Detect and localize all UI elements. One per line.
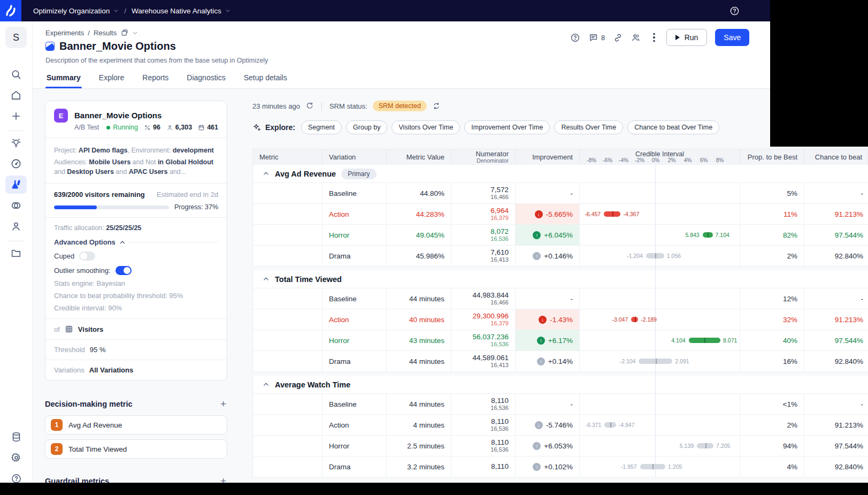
optimizely-logo[interactable] bbox=[0, 0, 21, 21]
metric-section-header: Total Time Viewed bbox=[253, 270, 868, 288]
outlier-smoothing-toggle[interactable] bbox=[116, 266, 132, 275]
numerator-value: 7,610 bbox=[490, 248, 509, 257]
save-button[interactable]: Save bbox=[715, 29, 749, 46]
help-icon[interactable] bbox=[570, 33, 580, 43]
results-table: MetricVariationMetric ValueNumeratorDeno… bbox=[252, 149, 868, 477]
breadcrumb-experiments[interactable]: Experiments bbox=[45, 29, 84, 37]
decision-metric-header: Decision-making metric + bbox=[45, 399, 227, 409]
person-icon bbox=[166, 124, 173, 131]
of-visitors-row[interactable]: of Visitors bbox=[45, 318, 227, 339]
experiment-summary-card: E Banner_Movie Options A/B Test Running … bbox=[45, 101, 227, 380]
grid-table-icon bbox=[65, 325, 73, 333]
explore-button-chance-to-beat-over-time[interactable]: Chance to beat Over Time bbox=[627, 120, 719, 134]
explore-button-visitors-over-time[interactable]: Visitors Over Time bbox=[391, 120, 460, 134]
rollouts-venn-icon[interactable] bbox=[5, 196, 27, 215]
cell-chance-to-beat: 91.213% bbox=[804, 415, 868, 435]
explore-button-group-by[interactable]: Group by bbox=[346, 120, 387, 134]
cell-credible-interval: 5.1397.205 bbox=[580, 436, 740, 456]
run-button[interactable]: Run bbox=[666, 29, 708, 46]
cell-variation: Horror bbox=[322, 330, 387, 351]
metric-section-header: Average Watch Time bbox=[253, 376, 868, 394]
col-header-credible-interval: Credible Interval-8%-6%-4%-2%0%2%4%6%8% bbox=[580, 149, 740, 165]
chevron-up-icon[interactable] bbox=[263, 276, 270, 283]
add-decision-metric-button[interactable]: + bbox=[220, 399, 226, 409]
cell-metric-empty bbox=[253, 246, 322, 266]
cell-prop-to-be-best: 2% bbox=[740, 415, 804, 435]
tab-explore[interactable]: Explore bbox=[98, 69, 125, 88]
threshold-row[interactable]: Threshold 95 % bbox=[45, 339, 227, 360]
interval-low-label: -6.457 bbox=[585, 211, 601, 217]
chevron-down-icon[interactable] bbox=[132, 30, 138, 36]
explore-button-improvement-over-time[interactable]: Improvement Over Time bbox=[464, 120, 550, 134]
tab-reports[interactable]: Reports bbox=[141, 69, 170, 88]
interval-low-label: 5.139 bbox=[680, 443, 694, 449]
improvement-value: +6.17% bbox=[548, 337, 573, 345]
credible-interval-bar bbox=[646, 253, 664, 258]
denominator-value: 16,413 bbox=[490, 362, 509, 369]
cell-improvement: - bbox=[516, 394, 580, 414]
col-header-metric: Metric bbox=[253, 149, 322, 165]
progress-bar bbox=[54, 205, 169, 209]
numerator-value: 6,964 bbox=[490, 207, 509, 215]
ideas-lightbulb-icon[interactable] bbox=[5, 134, 27, 152]
interval-high-label: 1.205 bbox=[668, 463, 682, 470]
denominator-value: 16,536 bbox=[490, 446, 509, 453]
chevron-up-icon[interactable] bbox=[263, 381, 270, 388]
progress-fill bbox=[54, 205, 97, 209]
table-row: Horror2.5 minutes8,11016,536↑+6.053%5.13… bbox=[253, 436, 868, 456]
data-database-icon[interactable] bbox=[5, 428, 27, 446]
settings-gear-icon[interactable] bbox=[5, 448, 27, 467]
decision-metric-card[interactable]: 2Total Time Viewed bbox=[45, 439, 227, 459]
collaborators-icon[interactable] bbox=[631, 32, 642, 43]
cell-chance-to-beat: 92.840% bbox=[804, 246, 868, 266]
help-icon[interactable] bbox=[729, 6, 740, 18]
explore-button-segment[interactable]: Segment bbox=[301, 120, 342, 134]
cell-variation: Drama bbox=[322, 246, 387, 266]
tab-diagnostics[interactable]: Diagnostics bbox=[186, 69, 226, 88]
cell-improvement: - bbox=[516, 183, 580, 203]
dashboard-gauge-icon[interactable] bbox=[5, 155, 27, 173]
explore-button-results-over-time[interactable]: Results Over Time bbox=[554, 120, 623, 134]
comments-icon[interactable]: 8 bbox=[588, 33, 605, 43]
interval-median-tick bbox=[652, 464, 654, 469]
cell-chance-to-beat: 91.213% bbox=[804, 309, 868, 330]
cell-credible-interval: -6.371-4.947 bbox=[580, 415, 740, 435]
cell-chance-to-beat: 97.544% bbox=[804, 330, 868, 351]
interval-high-label: -2.189 bbox=[641, 316, 657, 323]
advanced-options-toggle[interactable]: Advanced Options bbox=[54, 238, 218, 246]
cell-credible-interval bbox=[580, 288, 740, 309]
experiment-stat: 461 bbox=[198, 124, 218, 131]
audience-person-icon[interactable] bbox=[5, 217, 27, 235]
breadcrumb-results[interactable]: Results bbox=[94, 29, 117, 37]
play-icon bbox=[675, 35, 680, 40]
recalculate-icon[interactable] bbox=[432, 102, 441, 110]
variations-row[interactable]: Variations All Variations bbox=[45, 360, 227, 380]
share-link-icon[interactable] bbox=[613, 33, 623, 43]
progress-section: 639/2000 visitors remaining Estimated en… bbox=[45, 183, 227, 217]
metric-label: Total Time Viewed bbox=[68, 445, 127, 453]
top-navbar: Optimizely Organization / Warehouse Nati… bbox=[0, 0, 868, 21]
project-switcher[interactable]: Warehouse Native Analytics bbox=[132, 7, 231, 15]
more-menu-icon[interactable] bbox=[650, 31, 658, 44]
cuped-label: Cuped bbox=[54, 252, 74, 260]
tab-setup-details[interactable]: Setup details bbox=[243, 69, 288, 88]
srm-status-label: SRM status: bbox=[329, 102, 367, 110]
folder-icon[interactable] bbox=[5, 244, 27, 262]
home-icon[interactable] bbox=[5, 86, 27, 104]
decision-metric-card[interactable]: 1Avg Ad Revenue bbox=[45, 415, 227, 435]
tab-summary[interactable]: Summary bbox=[45, 69, 82, 88]
workspace-avatar[interactable]: S bbox=[5, 27, 27, 48]
search-icon[interactable] bbox=[5, 65, 27, 83]
chevron-up-icon[interactable] bbox=[263, 170, 270, 177]
org-name: Optimizely Organization bbox=[33, 7, 110, 15]
experiment-type: A/B Test bbox=[74, 124, 99, 131]
copy-folder-icon[interactable] bbox=[120, 29, 128, 37]
create-plus-icon[interactable] bbox=[5, 107, 27, 125]
cuped-toggle[interactable] bbox=[79, 252, 95, 261]
experiments-flask-icon[interactable] bbox=[5, 176, 27, 194]
running-status-dot bbox=[106, 126, 110, 130]
refresh-icon[interactable] bbox=[305, 102, 314, 110]
experiment-stat: 6,303 bbox=[166, 124, 192, 131]
cell-improvement: ↓-1.43% bbox=[516, 309, 580, 330]
org-switcher[interactable]: Optimizely Organization bbox=[33, 7, 119, 15]
